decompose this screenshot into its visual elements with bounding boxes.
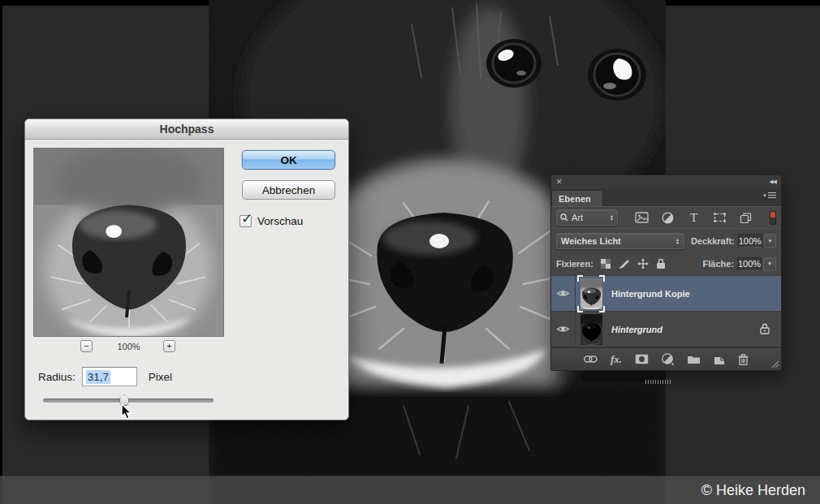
fill-value[interactable]: 100% <box>737 257 762 271</box>
layer-name: Hintergrund Kopie <box>611 289 690 299</box>
panel-tab-row: Ebenen ▼ <box>551 188 781 206</box>
dialog-title: Hochpass <box>160 123 214 136</box>
selection-corner <box>599 275 605 282</box>
panel-menu-icon[interactable]: ▼ <box>762 192 776 198</box>
lock-position-icon[interactable] <box>637 258 649 269</box>
layer-thumbnail-selected[interactable] <box>579 278 603 310</box>
pixel-layer-filter-icon[interactable] <box>634 210 650 225</box>
layer-row-hintergrund[interactable]: Hintergrund <box>551 312 781 347</box>
zoom-in-button[interactable]: + <box>163 340 175 352</box>
preview-checkbox[interactable]: ✓ <box>240 215 252 227</box>
eye-icon <box>556 325 570 334</box>
smart-object-filter-icon[interactable] <box>737 210 753 225</box>
preview-image <box>34 149 223 336</box>
filter-toggle-switch[interactable] <box>770 211 776 225</box>
tab-label: Ebenen <box>559 194 591 204</box>
collapse-panel-icon[interactable]: ◀◀ <box>769 179 776 185</box>
dropdown-spinner-icon: ▲▼ <box>610 214 614 221</box>
layer-thumbnail[interactable] <box>579 313 603 346</box>
dialog-titlebar[interactable]: Hochpass <box>25 119 348 140</box>
adjustment-layer-filter-icon[interactable] <box>660 210 676 225</box>
fill-label: Fläche: <box>702 259 734 269</box>
layer-thumbnail-image <box>580 278 602 309</box>
shape-layer-filter-icon[interactable] <box>711 210 727 225</box>
lock-transparency-icon[interactable] <box>601 259 611 269</box>
layer-row-hintergrund-kopie[interactable]: Hintergrund Kopie <box>551 276 781 312</box>
mouse-cursor <box>121 403 133 420</box>
filter-type-icons: T <box>624 210 763 225</box>
lock-all-icon[interactable] <box>656 258 666 269</box>
layer-name: Hintergrund <box>611 325 662 334</box>
panel-resize-grip[interactable] <box>770 360 779 368</box>
credit-text: © Heike Herden <box>701 482 805 499</box>
menu-triangle: ▼ <box>762 193 767 198</box>
radius-unit-label: Pixel <box>149 371 172 383</box>
search-icon <box>560 213 568 222</box>
filter-kind-value: Art <box>572 213 610 222</box>
panel-header: ✕ ◀◀ <box>551 175 781 188</box>
credit-bar: © Heike Herden <box>0 476 820 504</box>
radius-value-selected: 31,7 <box>86 370 110 384</box>
menu-lines <box>768 192 776 198</box>
radius-input[interactable]: 31,7 <box>82 367 137 386</box>
selection-corner <box>577 275 583 282</box>
layer-list: Hintergrund Kopie Hintergrund <box>551 275 781 347</box>
lock-label: Fixieren: <box>556 259 593 269</box>
panel-drag-handle[interactable] <box>645 380 671 384</box>
preview-label: Vorschau <box>257 215 303 227</box>
trash-icon[interactable] <box>738 354 749 365</box>
opacity-value[interactable]: 100% <box>738 234 762 248</box>
fx-icon[interactable]: fx. <box>611 353 622 366</box>
panel-bottom-toolbar: fx. <box>551 347 781 370</box>
hochpass-dialog: Hochpass − 100% + Radius: 31,7 Pixel OK … <box>24 118 349 420</box>
filter-preview[interactable] <box>33 148 224 337</box>
filter-kind-dropdown[interactable]: Art ▲▼ <box>556 209 618 226</box>
blend-mode-row: Weiches Licht ▲▼ Deckkraft: 100% ▼ <box>551 228 781 252</box>
radius-row: Radius: 31,7 Pixel <box>38 366 172 387</box>
lock-pixels-icon[interactable] <box>618 259 630 269</box>
checkmark-icon: ✓ <box>241 210 252 227</box>
new-layer-icon[interactable] <box>714 354 725 365</box>
blend-mode-dropdown[interactable]: Weiches Licht ▲▼ <box>556 233 684 249</box>
adjustment-icon[interactable] <box>662 353 674 365</box>
layer-filter-row: Art ▲▼ T <box>551 206 781 228</box>
eye-icon <box>556 289 570 298</box>
fill-dropdown-arrow[interactable]: ▼ <box>763 257 776 271</box>
zoom-level: 100% <box>33 342 224 351</box>
layer-lock-icon <box>760 323 770 336</box>
lock-row: Fixieren: Fläche: 100% ▼ <box>551 252 781 275</box>
group-icon[interactable] <box>687 354 701 364</box>
dropdown-spinner-icon: ▲▼ <box>675 238 680 244</box>
opacity-label: Deckkraft: <box>691 236 735 246</box>
preview-check-row: ✓ Vorschau <box>240 215 303 227</box>
opacity-dropdown-arrow[interactable]: ▼ <box>764 234 776 248</box>
layer-thumbnail-image <box>580 314 602 345</box>
tab-ebenen[interactable]: Ebenen <box>551 190 603 206</box>
blend-mode-value: Weiches Licht <box>561 236 621 246</box>
visibility-toggle[interactable] <box>551 276 576 311</box>
type-layer-filter-icon[interactable]: T <box>685 210 701 225</box>
link-icon[interactable] <box>584 355 598 363</box>
close-icon[interactable]: ✕ <box>556 178 563 186</box>
cancel-button[interactable]: Abbrechen <box>242 180 335 200</box>
visibility-toggle[interactable] <box>551 312 576 347</box>
add-mask-icon[interactable] <box>635 354 649 364</box>
radius-label: Radius: <box>38 371 76 383</box>
ok-button[interactable]: OK <box>242 150 335 170</box>
layers-panel: ✕ ◀◀ Ebenen ▼ Art ▲▼ T <box>550 174 782 371</box>
